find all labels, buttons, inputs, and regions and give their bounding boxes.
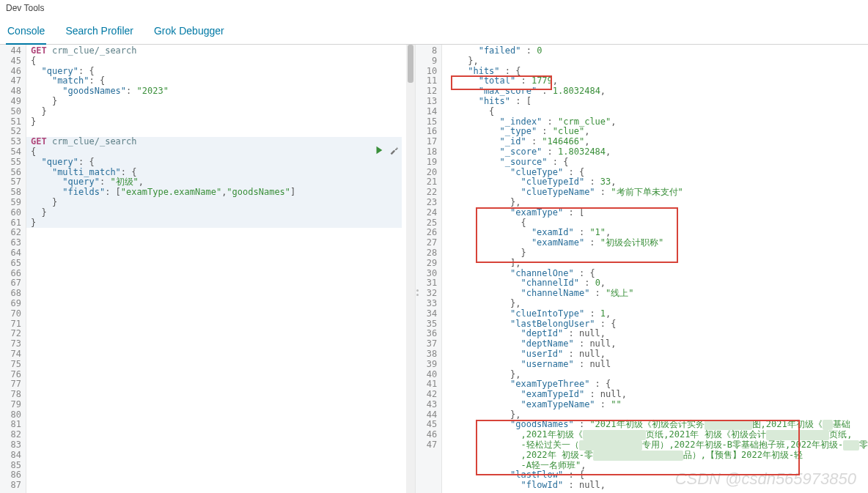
- response-viewer[interactable]: "failed" : 0 }, "hits" : { "total" : 177…: [442, 45, 868, 491]
- pane-divider[interactable]: [415, 289, 421, 298]
- header: Dev Tools: [0, 0, 868, 13]
- scroll-thumb-left[interactable]: [408, 45, 413, 83]
- tabs: Console Search Profiler Grok Debugger: [0, 13, 868, 45]
- run-controls: [374, 145, 399, 157]
- page-title: Dev Tools: [6, 3, 44, 13]
- request-editor-pane: 4445464748495051525354555657585960616263…: [0, 45, 416, 493]
- response-viewer-pane: 8910111213141516171819202122232425262728…: [416, 45, 868, 493]
- tab-console[interactable]: Console: [6, 21, 46, 44]
- gutter-right: 8910111213141516171819202122232425262728…: [416, 45, 442, 493]
- tab-search-profiler[interactable]: Search Profiler: [64, 21, 135, 44]
- request-editor[interactable]: GET crm_clue/_search{ "query": { "match"…: [26, 45, 415, 491]
- wrench-icon[interactable]: [389, 145, 399, 157]
- run-query-icon[interactable]: [374, 145, 384, 157]
- main-split: 4445464748495051525354555657585960616263…: [0, 45, 868, 493]
- tab-grok-debugger[interactable]: Grok Debugger: [152, 21, 226, 44]
- gutter-left: 4445464748495051525354555657585960616263…: [0, 45, 26, 493]
- scrollbar-left[interactable]: [406, 45, 415, 493]
